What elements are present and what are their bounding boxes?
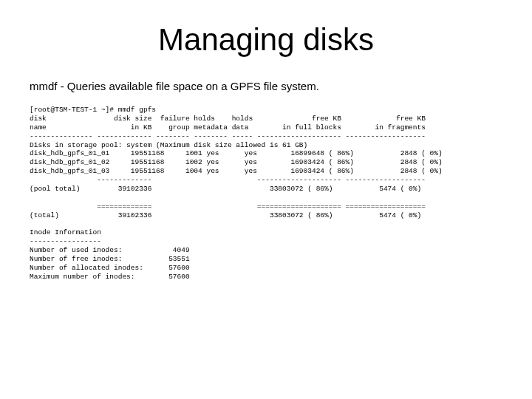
terminal-output: [root@TSM-TEST-1 ~]# mmdf gpfs disk disk…: [30, 106, 502, 282]
subtitle: mmdf - Queries available file space on a…: [30, 80, 502, 92]
page-title: Managing disks: [30, 22, 502, 58]
slide-container: Managing disks mmdf - Queries available …: [0, 0, 532, 296]
